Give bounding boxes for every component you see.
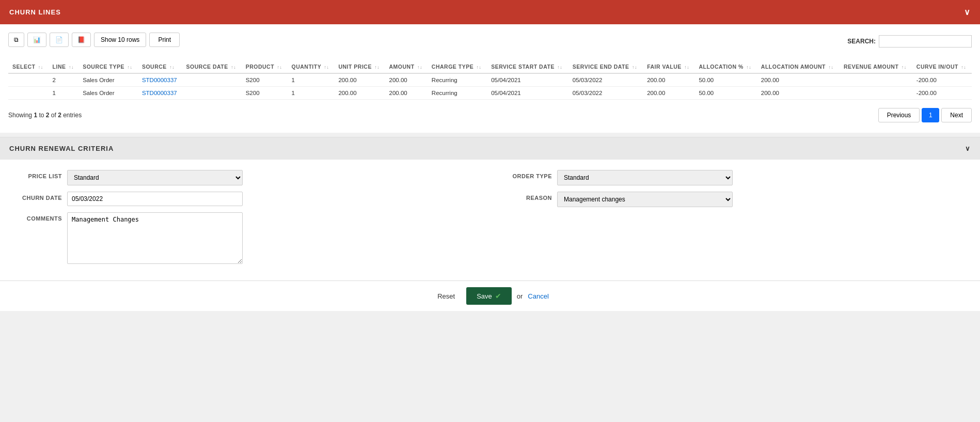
entries-text: entries: [61, 112, 82, 119]
col-select: SELECT ↑↓: [8, 60, 49, 73]
print-button[interactable]: Print: [149, 33, 180, 47]
cell-revenue-amount: [840, 87, 912, 100]
col-amount: AMOUNT ↑↓: [385, 60, 428, 73]
excel-button[interactable]: 📊: [27, 33, 46, 47]
reason-select[interactable]: Management changes Price increase Other: [557, 192, 733, 207]
show-rows-button[interactable]: Show 10 rows: [94, 33, 146, 47]
table-row: 1 Sales Order STD0000337 S200 1 200.00 2…: [8, 87, 972, 100]
price-list-select[interactable]: Standard Price List 2 Price List 3: [67, 170, 243, 185]
cell-line: 1: [49, 87, 79, 100]
cancel-button[interactable]: Cancel: [528, 292, 548, 300]
previous-button[interactable]: Previous: [878, 108, 920, 122]
reason-label: REASON: [505, 192, 552, 201]
col-unit-price: UNIT PRICE ↑↓: [334, 60, 385, 73]
churn-date-group: CHURN DATE: [15, 192, 475, 206]
cell-product: S200: [242, 73, 288, 87]
cell-amount: 200.00: [385, 87, 428, 100]
cell-source-type: Sales Order: [78, 87, 138, 100]
col-allocation-pct: ALLOCATION % ↑↓: [694, 60, 756, 73]
col-service-start-date: SERVICE START DATE ↑↓: [487, 60, 568, 73]
order-type-label: ORDER TYPE: [505, 170, 552, 179]
toolbar: ⧉ 📊 📄 📕 Show 10 rows Print: [8, 33, 180, 47]
col-quantity: QUANTITY ↑↓: [288, 60, 335, 73]
comments-group: COMMENTS Management Changes: [15, 212, 475, 264]
churn-lines-table: SELECT ↑↓ LINE ↑↓ SOURCE TYPE ↑↓ SOURCE …: [8, 60, 972, 100]
cell-service-end-date: 05/03/2022: [568, 73, 643, 87]
save-button[interactable]: Save ✔: [466, 287, 512, 305]
col-revenue-amount: REVENUE AMOUNT ↑↓: [840, 60, 912, 73]
showing-text: Showing: [8, 112, 34, 119]
copy-icon: ⧉: [14, 36, 19, 43]
source-link[interactable]: STD0000337: [142, 77, 177, 83]
churn-lines-header: CHURN LINES ∨: [0, 0, 980, 24]
comments-label: COMMENTS: [15, 212, 62, 222]
cell-allocation-pct: 50.00: [694, 73, 756, 87]
reset-button[interactable]: Reset: [431, 289, 461, 303]
col-charge-type: CHARGE TYPE ↑↓: [428, 60, 487, 73]
churn-renewal-section: CHURN RENEWAL CRITERIA ∨ PRICE LIST Stan…: [0, 137, 980, 311]
criteria-title: CHURN RENEWAL CRITERIA: [9, 145, 114, 152]
cell-source-date: [182, 73, 242, 87]
cell-quantity: 1: [288, 87, 335, 100]
churn-date-label: CHURN DATE: [15, 192, 62, 201]
csv-icon: 📄: [55, 36, 63, 43]
col-service-end-date: SERVICE END DATE ↑↓: [568, 60, 643, 73]
cell-amount: 200.00: [385, 73, 428, 87]
search-input[interactable]: [879, 35, 972, 48]
cell-unit-price: 200.00: [334, 73, 385, 87]
cell-fair-value: 200.00: [643, 87, 694, 100]
cell-unit-price: 200.00: [334, 87, 385, 100]
cell-charge-type: Recurring: [428, 87, 487, 100]
csv-button[interactable]: 📄: [50, 33, 69, 47]
copy-button[interactable]: ⧉: [8, 33, 24, 47]
col-curve-in-out: CURVE IN/OUT ↑↓: [912, 60, 972, 73]
footer-bar: Reset Save ✔ or Cancel: [0, 280, 980, 311]
criteria-collapse-icon[interactable]: ∨: [965, 145, 971, 152]
cell-curve-in-out: -200.00: [912, 73, 972, 87]
price-list-group: PRICE LIST Standard Price List 2 Price L…: [15, 170, 475, 185]
form-right: ORDER TYPE Standard Type 2 REASON Manage…: [505, 170, 965, 270]
cell-allocation-amount: 200.00: [757, 87, 840, 100]
cell-source[interactable]: STD0000337: [138, 73, 182, 87]
form-left: PRICE LIST Standard Price List 2 Price L…: [15, 170, 475, 270]
check-icon: ✔: [495, 292, 501, 300]
pagination-controls: Previous 1 Next: [878, 108, 972, 122]
pdf-button[interactable]: 📕: [72, 33, 91, 47]
comments-textarea[interactable]: Management Changes: [67, 212, 243, 264]
cell-service-end-date: 05/03/2022: [568, 87, 643, 100]
order-type-group: ORDER TYPE Standard Type 2: [505, 170, 965, 185]
cell-line: 2: [49, 73, 79, 87]
save-label: Save: [477, 292, 492, 300]
search-label: SEARCH:: [847, 38, 876, 45]
source-link[interactable]: STD0000337: [142, 90, 177, 96]
table-row: 2 Sales Order STD0000337 S200 1 200.00 2…: [8, 73, 972, 87]
cell-allocation-pct: 50.00: [694, 87, 756, 100]
cell-select: [8, 87, 49, 100]
page-total: 2: [58, 112, 61, 119]
next-button[interactable]: Next: [941, 108, 972, 122]
to-text: to: [37, 112, 46, 119]
search-area: SEARCH:: [847, 35, 972, 48]
current-page[interactable]: 1: [922, 108, 939, 122]
col-source-type: SOURCE TYPE ↑↓: [78, 60, 138, 73]
cell-source-type: Sales Order: [78, 73, 138, 87]
churn-date-input[interactable]: [67, 192, 243, 206]
cell-quantity: 1: [288, 73, 335, 87]
criteria-header: CHURN RENEWAL CRITERIA ∨: [0, 137, 980, 160]
pdf-icon: 📕: [77, 36, 85, 43]
or-text: or: [517, 292, 523, 300]
churn-lines-section: ⧉ 📊 📄 📕 Show 10 rows Print SEARCH: SELEC…: [0, 24, 980, 133]
cell-charge-type: Recurring: [428, 73, 487, 87]
churn-lines-collapse-icon[interactable]: ∨: [964, 7, 971, 17]
col-fair-value: FAIR VALUE ↑↓: [643, 60, 694, 73]
reason-group: REASON Management changes Price increase…: [505, 192, 965, 207]
price-list-label: PRICE LIST: [15, 170, 62, 179]
cell-source-date: [182, 87, 242, 100]
cell-service-start-date: 05/04/2021: [487, 73, 568, 87]
col-source: SOURCE ↑↓: [138, 60, 182, 73]
pagination-row: Showing 1 to 2 of 2 entries Previous 1 N…: [8, 106, 972, 124]
col-line: LINE ↑↓: [49, 60, 79, 73]
cell-curve-in-out: -200.00: [912, 87, 972, 100]
order-type-select[interactable]: Standard Type 2: [557, 170, 733, 185]
cell-source[interactable]: STD0000337: [138, 87, 182, 100]
